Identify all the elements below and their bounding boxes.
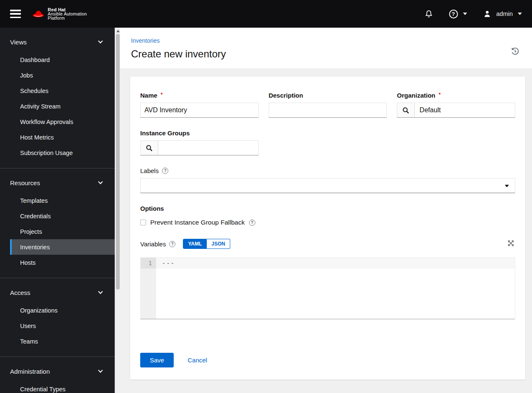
expand-arrows-icon (507, 240, 514, 247)
nav-group-header-views[interactable]: Views (0, 38, 115, 46)
sidebar-item-jobs[interactable]: Jobs (10, 67, 115, 83)
activity-history-button[interactable] (511, 47, 519, 57)
organization-field-group: Organization * (397, 92, 515, 118)
options-section: Options Prevent Instance Group Fallback … (140, 205, 515, 226)
brand-text: Red Hat Ansible Automation Platform (48, 8, 87, 20)
chevron-down-icon (463, 13, 467, 15)
sidebar-scrollbar[interactable] (115, 28, 120, 393)
hamburger-bar (10, 13, 21, 15)
json-toggle-button[interactable]: JSON (207, 239, 230, 249)
sidebar-item-dashboard[interactable]: Dashboard (10, 52, 115, 67)
variables-label: Variables (140, 240, 166, 248)
organization-search-button[interactable] (397, 103, 415, 117)
bell-icon (424, 9, 433, 18)
name-input[interactable] (140, 103, 259, 118)
instance-groups-search-button[interactable] (141, 141, 158, 155)
masthead-toolbar: ? admin (424, 9, 522, 18)
hamburger-bar (10, 10, 21, 11)
options-heading: Options (140, 205, 515, 212)
red-hat-fedora-icon (32, 9, 44, 18)
page-body: Name * Description Organization (120, 68, 532, 393)
variables-code-editor[interactable]: 1 --- (140, 257, 515, 319)
page-header: Inventories Create new inventory (120, 28, 532, 68)
variables-mode-toggle: YAML JSON (183, 239, 230, 249)
sidebar-item-hosts[interactable]: Hosts (10, 255, 115, 270)
sidebar-item-activity-stream[interactable]: Activity Stream (10, 98, 115, 114)
editor-line-1: --- (156, 258, 515, 269)
nav-toggle-hamburger-icon[interactable] (10, 10, 21, 18)
help-menu-button[interactable]: ? (449, 10, 467, 18)
name-field-group: Name * (140, 92, 259, 118)
form-actions: Save Cancel (140, 353, 515, 367)
search-icon (402, 107, 409, 114)
nav-group-header-resources[interactable]: Resources (0, 178, 115, 187)
cancel-button[interactable]: Cancel (188, 357, 207, 364)
variables-header: Variables ? YAML JSON (140, 239, 515, 249)
breadcrumb-link-inventories[interactable]: Inventories (131, 37, 159, 44)
chevron-down-icon (98, 368, 103, 372)
chevron-down-icon (98, 179, 103, 184)
main-content: Inventories Create new inventory Name (120, 28, 532, 393)
description-field-group: Description (269, 92, 387, 118)
editor-gutter: 1 (141, 258, 156, 319)
prevent-fallback-checkbox[interactable] (140, 220, 146, 225)
nav-group-label: Administration (10, 368, 50, 375)
nav-group-label: Access (10, 289, 30, 296)
sidebar-item-credentials[interactable]: Credentials (10, 208, 115, 224)
scrollbar-thumb[interactable] (116, 34, 120, 290)
description-input[interactable] (269, 103, 387, 118)
breadcrumb: Inventories (131, 37, 521, 44)
sidebar-item-projects[interactable]: Projects (10, 224, 115, 239)
sidebar-item-schedules[interactable]: Schedules (10, 83, 115, 98)
sidebar-item-organizations[interactable]: Organizations (10, 303, 115, 318)
history-icon (511, 47, 519, 56)
instance-groups-field-group: Instance Groups (140, 129, 259, 155)
labels-help-icon[interactable]: ? (162, 168, 168, 174)
masthead: Red Hat Ansible Automation Platform ? ad… (0, 0, 532, 28)
prevent-fallback-label: Prevent Instance Group Fallback (150, 219, 245, 226)
brand-product-line2: Platform (48, 16, 87, 20)
sidebar-item-teams[interactable]: Teams (10, 334, 115, 349)
person-icon (483, 10, 491, 18)
sidebar-item-workflow-approvals[interactable]: Workflow Approvals (10, 114, 115, 129)
sidebar-item-users[interactable]: Users (10, 318, 115, 334)
chevron-down-icon (98, 289, 103, 294)
nav-group-label: Resources (10, 179, 40, 186)
sidebar-item-subscription-usage[interactable]: Subscription Usage (10, 145, 115, 160)
user-menu-button[interactable]: admin (483, 10, 522, 18)
nav-group-header-access[interactable]: Access (0, 288, 115, 297)
nav-group-resources: Resources Templates Credentials Projects… (0, 168, 115, 278)
save-button[interactable]: Save (140, 353, 174, 367)
search-icon (146, 145, 153, 152)
labels-label: Labels (140, 167, 159, 174)
hamburger-bar (10, 17, 21, 18)
scrollbar-up-arrow-icon[interactable] (116, 30, 120, 32)
prevent-fallback-help-icon[interactable]: ? (249, 220, 255, 226)
sidebar-item-templates[interactable]: Templates (10, 193, 115, 208)
yaml-toggle-button[interactable]: YAML (183, 239, 207, 249)
nav-group-administration: Administration Credential Types (0, 357, 115, 393)
sidebar-item-host-metrics[interactable]: Host Metrics (10, 129, 115, 145)
select-caret-icon (505, 185, 509, 187)
organization-label: Organization (397, 92, 435, 99)
nav-group-access: Access Organizations Users Teams (0, 278, 115, 357)
username-label: admin (496, 10, 513, 17)
description-label: Description (269, 92, 303, 99)
sidebar-item-credential-types[interactable]: Credential Types (10, 381, 115, 393)
variables-help-icon[interactable]: ? (169, 241, 175, 247)
chevron-down-icon (98, 39, 103, 43)
sidebar-item-inventories[interactable]: Inventories (10, 239, 115, 255)
notifications-bell-icon[interactable] (424, 9, 433, 18)
chevron-down-icon (518, 13, 522, 15)
nav-group-views: Views Dashboard Jobs Schedules Activity … (0, 28, 115, 168)
instance-groups-label: Instance Groups (140, 129, 190, 137)
labels-select[interactable] (140, 178, 515, 193)
editor-content[interactable]: --- (156, 258, 515, 319)
nav-group-header-administration[interactable]: Administration (0, 367, 115, 375)
name-label: Name (140, 92, 157, 99)
required-asterisk: * (161, 92, 163, 98)
sidebar-nav: Views Dashboard Jobs Schedules Activity … (0, 28, 115, 393)
organization-input[interactable] (415, 103, 515, 117)
instance-groups-input[interactable] (158, 141, 258, 155)
editor-expand-button[interactable] (506, 239, 515, 249)
